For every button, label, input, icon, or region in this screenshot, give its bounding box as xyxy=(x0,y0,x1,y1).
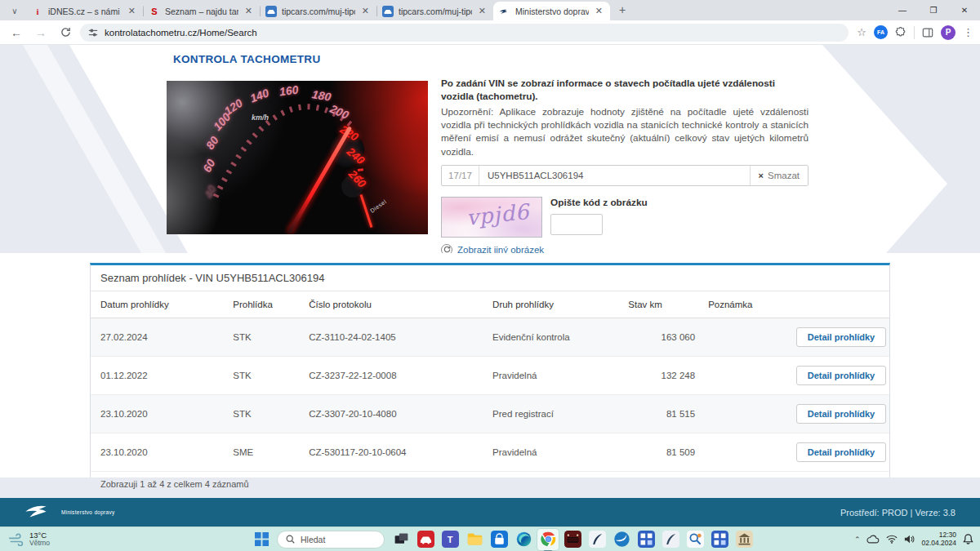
captcha-image: vpjd6 xyxy=(441,197,542,238)
browser-toolbar: ← → kontrolatachometru.cz/Home/Search ☆ … xyxy=(0,20,980,45)
address-bar[interactable]: kontrolatachometru.cz/Home/Search xyxy=(80,24,849,42)
profile-avatar[interactable]: P xyxy=(941,25,956,40)
cell-station: STK xyxy=(226,395,302,433)
detail-button[interactable]: Detail prohlídky xyxy=(796,366,887,385)
browser-tab[interactable]: S Seznam – najdu tam, co nezná ✕ xyxy=(143,2,260,20)
quill-icon[interactable] xyxy=(586,529,608,550)
vin-char-counter: 17/17 xyxy=(442,166,479,185)
captcha-input[interactable] xyxy=(550,214,603,235)
new-tab-button[interactable]: + xyxy=(613,1,631,19)
forward-icon[interactable]: → xyxy=(31,23,51,42)
column-header: Poznámka xyxy=(702,291,790,318)
speedometer-unit-label: km/h xyxy=(252,113,269,122)
teams-icon[interactable]: T xyxy=(439,529,461,550)
system-tray: ⌃ 12:30 02.04.2024 xyxy=(854,531,973,548)
site-footer: Ministerstvo dopravy Prostředí: PROD | V… xyxy=(0,498,980,527)
browser-tab[interactable]: tipcars.com/muj-tipcars/inzerc ✕ xyxy=(260,2,376,20)
tab-close-icon[interactable]: ✕ xyxy=(360,6,371,16)
window-close-icon[interactable]: ✕ xyxy=(949,0,980,20)
wind-icon xyxy=(8,533,24,546)
cell-km: 163 060 xyxy=(621,318,702,357)
results-title: Seznam prohlídek - VIN U5YHB511ACL306194 xyxy=(91,265,889,291)
back-icon[interactable]: ← xyxy=(7,23,26,42)
tiles-app-icon[interactable] xyxy=(635,529,657,550)
car-grille-icon[interactable] xyxy=(562,529,583,550)
cell-date: 23.10.2020 xyxy=(91,395,226,433)
detail-button[interactable]: Detail prohlídky xyxy=(796,327,887,347)
browser-tab[interactable]: i iDNES.cz – s námi víte víc ✕ xyxy=(26,2,143,20)
seznam-favicon-icon: S xyxy=(149,6,160,17)
browser-tab[interactable]: Ministerstvo dopravy - Kontrol ✕ xyxy=(493,2,610,20)
hero-section: KONTROLA TACHOMETRU 12014016018020022024… xyxy=(0,45,980,253)
bookmark-star-icon[interactable]: ☆ xyxy=(857,26,866,38)
onedrive-cloud-icon[interactable] xyxy=(866,535,880,544)
captcha-code-text: vpjd6 xyxy=(466,199,531,230)
cell-protocol: CZ-3110-24-02-1405 xyxy=(302,318,486,357)
intro-text: Upozornění: Aplikace zobrazuje hodnoty z… xyxy=(441,105,808,158)
side-panel-icon[interactable] xyxy=(922,27,933,38)
cell-protocol: CZ-3237-22-12-0008 xyxy=(302,357,486,395)
tab-close-icon[interactable]: ✕ xyxy=(243,6,254,16)
tipcars-app-icon[interactable] xyxy=(415,529,436,550)
browser-menu-icon[interactable]: ⋮ xyxy=(963,26,973,38)
refresh-captcha-link[interactable]: Zobrazit jiný obrázek xyxy=(457,245,544,253)
store-icon[interactable] xyxy=(488,529,510,550)
clear-button[interactable]: ×Smazat xyxy=(750,166,808,185)
column-header: Číslo protokolu xyxy=(302,291,486,318)
column-header: Prohlídka xyxy=(226,291,302,318)
mdcr-favicon-icon xyxy=(499,6,510,17)
taskbar-apps: T xyxy=(390,529,755,550)
taskview-icon[interactable] xyxy=(390,529,412,550)
vin-input[interactable] xyxy=(479,166,750,185)
table-row: 01.12.2022 STK CZ-3237-22-12-0008 Pravid… xyxy=(91,357,889,395)
cell-note xyxy=(702,357,790,395)
weather-widget[interactable]: 13°C Větrno xyxy=(8,531,50,548)
taskbar-clock[interactable]: 12:30 02.04.2024 xyxy=(921,531,956,548)
cell-type: Pravidelná xyxy=(486,433,621,472)
quill2-icon[interactable] xyxy=(660,529,681,550)
volume-icon[interactable] xyxy=(904,535,915,544)
chrome-icon[interactable] xyxy=(537,529,559,550)
table-row: 23.10.2020 STK CZ-3307-20-10-4080 Pred r… xyxy=(91,395,889,433)
swan-app-icon[interactable] xyxy=(611,529,632,550)
tray-chevron-icon[interactable]: ⌃ xyxy=(854,535,861,544)
wifi-icon[interactable] xyxy=(886,535,898,544)
tiles-app2-icon[interactable] xyxy=(709,529,730,550)
table-row: 23.10.2020 SME CZ-530117-20-10-0604 Prav… xyxy=(91,433,889,472)
vin-input-group: 17/17 ×Smazat xyxy=(441,165,808,186)
extension-badge[interactable]: FA xyxy=(874,25,888,39)
extensions-puzzle-icon[interactable] xyxy=(895,27,906,38)
tab-close-icon[interactable]: ✕ xyxy=(594,6,604,16)
detail-button[interactable]: Detail prohlídky xyxy=(796,404,887,424)
tab-search-chevron-icon[interactable]: ∨ xyxy=(5,2,24,19)
cell-type: Evidenční kontrola xyxy=(486,318,621,357)
tipcars-favicon-icon xyxy=(265,6,277,17)
edge-icon[interactable] xyxy=(513,529,534,550)
notification-bell-icon[interactable] xyxy=(963,534,973,544)
window-minimize-icon[interactable]: — xyxy=(887,0,918,20)
tab-close-icon[interactable]: ✕ xyxy=(127,6,137,16)
refresh-captcha-icon[interactable] xyxy=(441,244,452,253)
tab-strip: ∨ i iDNES.cz – s námi víte víc ✕ S Sezna… xyxy=(0,0,980,20)
file-explorer-icon[interactable] xyxy=(464,529,485,550)
speedometer-number: 160 xyxy=(278,82,299,98)
taskbar-search-placeholder: Hledat xyxy=(301,535,325,544)
taskbar-search[interactable]: Hledat xyxy=(277,531,385,549)
cell-km: 81 515 xyxy=(621,395,702,433)
windows-taskbar: 13°C Větrno Hledat T ⌃ 12:30 02.04.2024 xyxy=(0,527,980,551)
site-info-icon[interactable] xyxy=(88,28,98,38)
reload-icon[interactable] xyxy=(56,23,75,42)
browser-tab[interactable]: tipcars.com/muj-tipcars/inzerc ✕ xyxy=(376,2,493,20)
search-gear-icon[interactable] xyxy=(684,529,706,550)
speedometer-image: 120140160180200220240260100806040 km/h D… xyxy=(167,81,428,234)
detail-button[interactable]: Detail prohlídky xyxy=(796,442,887,462)
cell-station: STK xyxy=(226,357,302,395)
tab-close-icon[interactable]: ✕ xyxy=(477,6,488,16)
cell-note xyxy=(702,395,790,433)
idnes-favicon-icon: i xyxy=(32,6,43,17)
window-maximize-icon[interactable]: ❐ xyxy=(918,0,949,20)
start-button[interactable] xyxy=(252,530,271,549)
bank-icon[interactable] xyxy=(733,529,755,550)
column-header: Stav km xyxy=(621,291,702,318)
toolbar-divider xyxy=(914,26,915,39)
